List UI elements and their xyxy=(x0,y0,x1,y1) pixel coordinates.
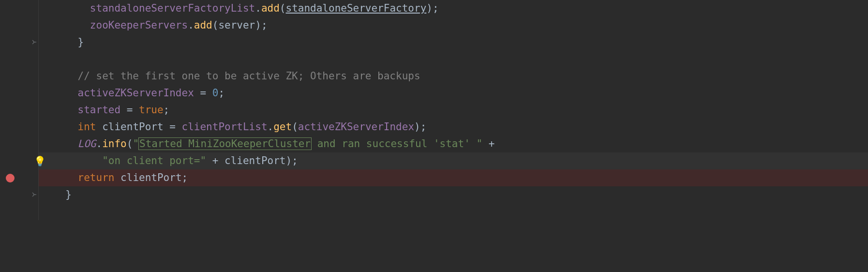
punct: ); xyxy=(414,121,426,133)
gutter-line[interactable] xyxy=(0,85,39,102)
identifier: server xyxy=(218,19,255,31)
keyword: int xyxy=(78,121,96,133)
identifier: standaloneServerFactoryList xyxy=(90,2,255,14)
keyword: true xyxy=(139,104,164,116)
code-line[interactable]: } xyxy=(39,186,868,203)
indent xyxy=(53,87,78,99)
indent xyxy=(53,2,90,14)
gutter-line[interactable] xyxy=(0,102,39,119)
code-line[interactable]: standaloneServerFactoryList.add(standalo… xyxy=(39,0,868,17)
indent xyxy=(53,155,102,166)
indent xyxy=(53,19,90,31)
code-line[interactable]: activeZKServerIndex = 0; xyxy=(39,85,868,102)
method: add xyxy=(261,2,280,14)
identifier: activeZKServerIndex xyxy=(78,87,194,99)
code-line[interactable]: "on client port=" + clientPort); xyxy=(39,152,868,169)
punct: . xyxy=(255,2,261,14)
punct: . xyxy=(268,121,274,133)
indent xyxy=(53,189,65,200)
punct: ); xyxy=(255,19,267,31)
fold-end-icon[interactable] xyxy=(31,39,37,46)
brace: } xyxy=(78,36,84,48)
gutter-line[interactable] xyxy=(0,119,39,136)
identifier: zooKeeperServers xyxy=(90,19,188,31)
gutter-line[interactable] xyxy=(0,68,39,85)
gutter-line[interactable] xyxy=(0,186,39,203)
gutter-line[interactable] xyxy=(0,169,39,186)
code-content[interactable]: standaloneServerFactoryList.add(standalo… xyxy=(39,0,868,272)
gutter-line[interactable] xyxy=(0,203,39,220)
identifier: clientPort xyxy=(120,172,181,183)
punct: . xyxy=(188,19,194,31)
identifier: clientPort xyxy=(102,121,163,133)
punct: ; xyxy=(164,104,170,116)
fold-end-icon[interactable] xyxy=(31,191,37,199)
punct: = xyxy=(120,104,139,116)
intention-bulb-icon[interactable]: 💡 xyxy=(34,155,46,167)
code-editor: 💡 standaloneServerFactoryList.add(standa… xyxy=(0,0,868,272)
punct: ; xyxy=(182,172,188,183)
space xyxy=(96,121,103,133)
gutter-line[interactable] xyxy=(0,17,39,34)
code-line[interactable]: // set the first one to be active ZK; Ot… xyxy=(39,68,868,85)
indent xyxy=(53,70,78,82)
gutter-line[interactable] xyxy=(0,51,39,68)
string: "on client port=" xyxy=(102,155,206,166)
identifier: clientPort xyxy=(224,155,285,166)
indent xyxy=(53,121,78,133)
code-line[interactable]: LOG.info("Started MiniZooKeeperCluster a… xyxy=(39,136,868,152)
punct: . xyxy=(96,138,103,150)
space xyxy=(114,172,120,183)
gutter-line[interactable] xyxy=(0,34,39,51)
punct: ; xyxy=(218,87,224,99)
indent xyxy=(53,36,78,48)
method: get xyxy=(273,121,292,133)
editor-gutter: 💡 xyxy=(0,0,39,272)
comment: // set the first one to be active ZK; Ot… xyxy=(78,70,420,82)
gutter-line[interactable] xyxy=(0,136,39,152)
code-line[interactable]: } xyxy=(39,34,868,51)
indent xyxy=(53,104,78,116)
code-line[interactable]: return clientPort; xyxy=(39,169,868,186)
number: 0 xyxy=(212,87,219,99)
breakpoint-icon[interactable] xyxy=(6,174,15,182)
code-line[interactable]: int clientPort = clientPortList.get(acti… xyxy=(39,119,868,136)
punct: ( xyxy=(292,121,298,133)
identifier: clientPortList xyxy=(182,121,268,133)
method: add xyxy=(194,19,212,31)
identifier: started xyxy=(78,104,121,116)
punct: ( xyxy=(280,2,286,14)
code-line[interactable] xyxy=(39,51,868,68)
keyword: return xyxy=(78,172,115,183)
identifier: LOG xyxy=(78,138,96,150)
identifier: activeZKServerIndex xyxy=(298,121,414,133)
code-line[interactable] xyxy=(39,203,868,220)
gutter-line[interactable] xyxy=(0,0,39,17)
code-line[interactable]: zooKeeperServers.add(server); xyxy=(39,17,868,34)
string: and ran successful 'stat' " xyxy=(311,138,482,150)
punct: + xyxy=(206,155,224,166)
method: info xyxy=(102,138,127,150)
gutter-line[interactable]: 💡 xyxy=(0,152,39,169)
punct: = xyxy=(164,121,182,133)
punct: ); xyxy=(426,2,438,14)
punct: ); xyxy=(285,155,298,166)
punct: = xyxy=(194,87,212,99)
punct: ( xyxy=(127,138,133,150)
brace: } xyxy=(65,189,72,200)
indent xyxy=(53,172,78,183)
punct: + xyxy=(482,138,494,150)
identifier: standaloneServerFactory xyxy=(285,2,426,14)
indent xyxy=(53,138,78,150)
punct: ( xyxy=(212,19,219,31)
code-line[interactable]: started = true; xyxy=(39,102,868,119)
search-highlight: Started MiniZooKeeperCluster xyxy=(138,137,312,150)
